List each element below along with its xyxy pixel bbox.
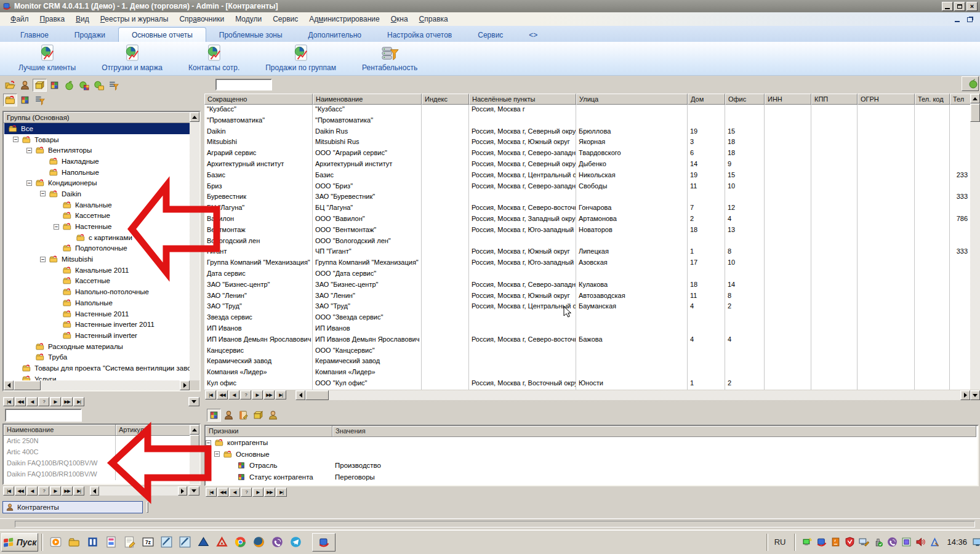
tree-item[interactable]: с картинками — [4, 232, 190, 243]
tab-Продажи[interactable]: Продажи — [62, 28, 118, 42]
column-header[interactable]: Населённые пункты — [469, 94, 576, 105]
product-row[interactable]: Daikin FAQ100B/RQ100BV/W — [4, 458, 199, 469]
tree-vertical-scrollbar[interactable] — [190, 112, 199, 380]
tree-item[interactable]: −Вентиляторы — [4, 145, 190, 156]
tree-item[interactable]: Все — [4, 123, 190, 134]
tree-item[interactable]: Напольные — [4, 297, 190, 308]
pager-button[interactable]: |◀ — [206, 488, 217, 497]
expander-icon[interactable]: − — [206, 440, 211, 446]
menu-item[interactable]: Справка — [414, 13, 454, 25]
delphi-button[interactable] — [196, 536, 210, 549]
tree-item[interactable]: Кассетные — [4, 211, 190, 222]
pager-button[interactable]: ◀◀ — [15, 397, 26, 406]
scroll-left-button[interactable] — [90, 486, 99, 496]
attribute-row[interactable]: ОтрасльПроизводство — [206, 460, 978, 472]
7zip-button[interactable]: 7z — [141, 536, 155, 549]
table-row[interactable]: БЦ "Лагуна"БЦ "Лагуна"Россия, Москва г, … — [204, 203, 970, 214]
cube-button[interactable] — [18, 94, 32, 106]
column-header[interactable]: Значения — [332, 426, 976, 437]
table-row[interactable]: ИП Иванов Демьян ЯрославовичИП Иванов Де… — [204, 335, 970, 346]
filter-button[interactable] — [106, 79, 121, 92]
grid-horizontal-scrollbar[interactable] — [295, 390, 970, 400]
pager-button[interactable]: ▶ — [50, 486, 61, 496]
expander-icon[interactable]: − — [214, 451, 220, 457]
minimize-button[interactable] — [942, 2, 953, 11]
telegram-button[interactable] — [289, 536, 302, 549]
product-row[interactable]: Artic 250N — [4, 436, 199, 447]
apple-folder-button[interactable] — [92, 79, 106, 92]
tree-item[interactable]: Труба — [4, 351, 190, 363]
pager-button[interactable]: ▶ — [252, 390, 263, 399]
table-row[interactable]: КанцсервисООО "Канцсервис" — [204, 346, 970, 357]
expander-icon[interactable]: − — [26, 148, 32, 153]
scroll-thumb[interactable] — [190, 435, 199, 448]
viber-button[interactable] — [270, 536, 284, 549]
attribute-row[interactable]: −Основные — [206, 449, 978, 460]
km-player-button[interactable] — [104, 536, 118, 549]
firefox-button[interactable] — [252, 536, 265, 549]
java-icon[interactable] — [830, 537, 841, 547]
tree-horizontal-scrollbar[interactable] — [4, 380, 190, 390]
draw-icon[interactable] — [930, 537, 940, 547]
expander-icon[interactable]: − — [13, 137, 18, 142]
table-row[interactable]: DaikinDaikin RusРоссия, Москва г, Северн… — [204, 127, 970, 138]
apple-button[interactable] — [62, 79, 76, 92]
table-row[interactable]: ЗАО "Бизнес-центр"ЗАО "Бизнес-центр"Росс… — [204, 280, 970, 291]
close-button[interactable]: × — [966, 2, 978, 11]
table-row[interactable]: ГигантЧП "Гигант"Россия, Москва г, Южный… — [204, 247, 970, 258]
menu-item[interactable]: Правка — [34, 13, 71, 25]
menu-item[interactable]: Файл — [5, 13, 34, 25]
tree-item[interactable]: Услуги — [4, 374, 190, 380]
box-button[interactable] — [33, 79, 47, 92]
attribute-row[interactable]: Тип контрагентаКлиент — [206, 483, 978, 485]
pager-button[interactable]: ? — [240, 390, 251, 399]
table-row[interactable]: БазисБазисРоссия, Москва г, Центральный … — [204, 171, 970, 182]
tree-item[interactable]: Кассетные — [4, 276, 190, 287]
apple-cube-button[interactable] — [77, 79, 91, 92]
scroll-left-button[interactable] — [295, 390, 305, 400]
table-row[interactable]: Аграрий сервисООО "Аграрий сервис"Россия… — [204, 148, 970, 159]
tree-item[interactable]: −Daikin — [4, 188, 190, 199]
tab-Настройка отчетов[interactable]: Настройка отчетов — [374, 28, 465, 42]
pager-button[interactable]: ◀◀ — [217, 390, 228, 399]
scroll-left-button[interactable] — [4, 380, 14, 390]
tree-dropdown-button[interactable] — [188, 397, 199, 406]
scroll-up-button[interactable] — [190, 112, 199, 122]
user-button[interactable] — [18, 79, 32, 92]
menu-item[interactable]: Справочники — [174, 13, 230, 25]
tab-<>[interactable]: <> — [516, 28, 550, 42]
grid-vertical-scrollbar[interactable] — [970, 94, 980, 390]
user-female-button[interactable] — [266, 409, 280, 422]
scroll-up-button[interactable] — [190, 425, 199, 435]
column-header[interactable]: ОГРН — [857, 94, 915, 105]
products-dropdown-button[interactable] — [188, 486, 199, 496]
chrome-button[interactable] — [233, 536, 247, 549]
pager-button[interactable]: ◀ — [228, 390, 239, 399]
network-icon[interactable] — [802, 537, 813, 547]
ribbon-button[interactable]: Отгрузки и маржа — [92, 42, 172, 72]
table-row[interactable]: Дата сервисООО "Дата сервис" — [204, 269, 970, 280]
table-row[interactable]: ВентмонтажООО "Вентмонтаж"Россия, Москва… — [204, 225, 970, 236]
table-row[interactable]: ИП ИвановИП Иванов — [204, 324, 970, 335]
column-header[interactable]: Индекс — [422, 94, 469, 105]
menu-item[interactable]: Модули — [230, 13, 267, 25]
apple-button[interactable] — [962, 76, 979, 91]
pager-button[interactable]: ▶ — [50, 397, 61, 406]
volume-icon[interactable] — [915, 537, 926, 547]
ribbon-button[interactable]: Контакты сотр. — [179, 42, 249, 72]
pager-button[interactable]: ▶▶ — [263, 390, 275, 399]
crm-taskbar-button[interactable] — [312, 533, 335, 552]
table-row[interactable]: ВавилонООО "Вавилон"Россия, Москва г, За… — [204, 214, 970, 225]
expander-icon[interactable]: − — [26, 180, 32, 186]
column-header[interactable]: Тел — [950, 94, 970, 105]
ribbon-button[interactable]: Рентабельность — [352, 42, 427, 72]
package-icon[interactable] — [901, 537, 912, 547]
scroll-right-button[interactable] — [180, 380, 190, 390]
cube-button[interactable] — [47, 79, 62, 92]
tab-Основные отчеты[interactable]: Основные отчеты — [118, 27, 206, 42]
scroll-thumb[interactable] — [305, 390, 329, 400]
pager-button[interactable]: |◀ — [3, 486, 14, 496]
catalog-button[interactable] — [86, 536, 99, 549]
column-header[interactable]: Артикул — [116, 425, 191, 436]
pager-button[interactable]: |◀ — [205, 390, 216, 399]
